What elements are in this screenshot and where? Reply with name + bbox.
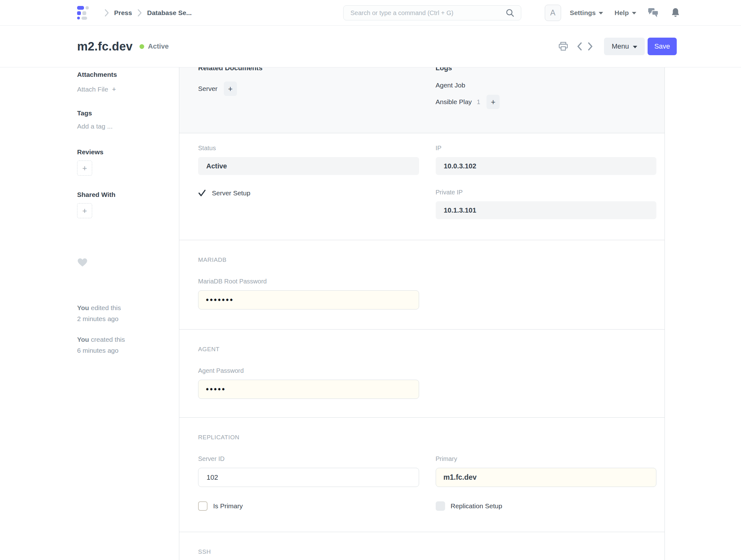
is-primary-check: Is Primary [198,501,419,511]
navbar-right: A Settings Help [545,5,680,21]
frappe-logo-icon[interactable] [77,5,90,20]
ssh-heading: SSH [198,548,656,555]
add-review-button[interactable] [77,161,92,176]
tags-title: Tags [77,109,171,117]
agent-job-row: Agent Job [436,81,657,89]
is-primary-checkbox[interactable] [198,501,207,511]
check-icon [198,189,206,197]
settings-menu[interactable]: Settings [570,9,603,17]
plus-icon [82,163,87,173]
search-icon [505,8,515,17]
primary-label: Primary [436,455,657,463]
ip-label: IP [436,144,657,152]
status-label: Status [198,144,419,152]
navbar: Press Database Se... A Settings Help [0,0,741,26]
form-sidebar: Attachments Attach File Tags Add a tag .… [77,67,171,356]
form-dashboard-section: Related Documents Server Logs Agent Job [179,67,665,133]
edited-activity: You edited this 2 minutes ago [77,302,171,324]
created-activity: You created this 6 minutes ago [77,334,171,356]
ansible-play-row: Ansible Play 1 [436,95,657,109]
plus-icon [228,84,233,94]
global-search[interactable] [343,5,521,20]
add-tag-input[interactable]: Add a tag ... [77,122,171,130]
save-button[interactable]: Save [648,38,677,55]
mariadb-root-password-label: MariaDB Root Password [198,277,419,285]
private-ip-label: Private IP [436,188,657,196]
agent-job-link[interactable]: Agent Job [436,81,466,89]
form-card: Related Documents Server Logs Agent Job [179,67,665,560]
ssh-section: SSH [179,532,665,560]
notifications-bell-icon[interactable] [671,7,680,18]
mariadb-heading: MARIADB [198,256,656,263]
mariadb-section: MARIADB MariaDB Root Password ••••••• [179,240,665,329]
print-icon[interactable] [558,42,568,51]
breadcrumb-database-server[interactable]: Database Se... [147,9,192,17]
chevron-down-icon [633,46,637,48]
related-server-row: Server [198,81,419,96]
private-ip-field: 10.1.3.101 [436,201,657,219]
page-head: m2.fc.dev Active Menu Save [0,26,741,67]
related-documents-title: Related Documents [198,67,419,73]
primary-link-input[interactable]: m1.fc.dev [436,468,657,487]
agent-password-label: Agent Password [198,367,419,375]
app-window: Press Database Se... A Settings Help [0,0,741,560]
menu-button[interactable]: Menu [604,38,645,55]
server-id-label: Server ID [198,455,419,463]
status-field: Active [198,157,419,175]
next-record-icon[interactable] [587,42,593,51]
chevron-right-icon [104,9,109,17]
server-setup-check: Server Setup [198,189,419,197]
page-title: m2.fc.dev [77,40,133,53]
replication-setup-checkbox [436,501,445,511]
chevron-down-icon [632,12,636,14]
replication-section: REPLICATION Server ID Is Primary Primary [179,418,665,532]
chevron-down-icon [599,12,603,14]
attach-file-button[interactable]: Attach File [77,85,171,94]
active-indicator-dot [139,44,144,49]
prev-record-icon[interactable] [577,42,583,51]
logs-title: Logs [436,67,657,73]
page-actions: Menu Save [558,38,677,55]
agent-heading: AGENT [198,346,656,353]
ip-field: 10.0.3.102 [436,157,657,175]
plus-icon [112,85,116,94]
server-id-input[interactable] [198,468,419,487]
attachments-title: Attachments [77,71,171,79]
chevron-right-icon [137,9,142,17]
plus-icon [491,98,495,107]
add-ansible-play-button[interactable] [486,95,500,109]
status-section: Status Active Server Setup IP 10.0.3.102… [179,133,665,240]
replication-setup-check: Replication Setup [436,501,657,511]
ansible-play-link[interactable]: Ansible Play [436,98,472,106]
add-share-button[interactable] [77,203,92,218]
agent-section: AGENT Agent Password ••••• [179,329,665,418]
server-link[interactable]: Server [198,85,217,92]
user-avatar[interactable]: A [545,5,561,21]
reviews-title: Reviews [77,148,171,156]
shared-with-title: Shared With [77,191,171,199]
status-badge: Active [139,42,169,51]
like-heart-icon[interactable] [77,258,171,268]
ansible-play-count[interactable]: 1 [477,99,480,106]
plus-icon [82,206,87,216]
chat-icon[interactable] [648,7,659,18]
agent-password-input[interactable]: ••••• [198,380,419,399]
add-server-button[interactable] [224,81,237,96]
mariadb-root-password-input[interactable]: ••••••• [198,290,419,309]
help-menu[interactable]: Help [614,9,636,17]
search-input[interactable] [350,9,505,17]
server-id-value[interactable] [206,473,411,482]
breadcrumb-press[interactable]: Press [114,9,132,17]
replication-heading: REPLICATION [198,434,656,441]
